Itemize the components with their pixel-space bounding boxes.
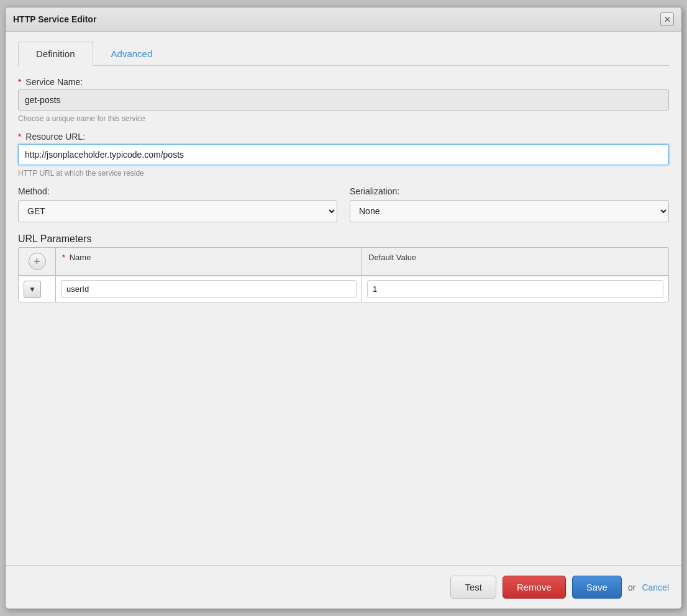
dialog-footer: Test Remove Save or Cancel <box>6 566 681 609</box>
default-value-header-cell: Default Value <box>362 248 668 275</box>
serialization-col: Serialization: None JSON XML Form <box>350 186 669 222</box>
remove-button[interactable]: Remove <box>503 576 566 599</box>
required-star-service: * <box>18 77 21 87</box>
service-name-group: * Service Name: Choose a unique name for… <box>18 77 669 123</box>
save-button[interactable]: Save <box>572 576 622 599</box>
dialog-body: Definition Advanced * Service Name: Choo… <box>6 32 681 560</box>
service-name-input[interactable] <box>18 89 669 111</box>
resource-url-hint: HTTP URL at which the service reside <box>18 169 669 178</box>
or-text: or <box>628 582 635 592</box>
close-button[interactable]: ✕ <box>660 12 674 26</box>
add-param-button[interactable]: + <box>29 253 46 270</box>
http-service-editor-dialog: HTTP Service Editor ✕ Definition Advance… <box>5 7 682 609</box>
serialization-select[interactable]: None JSON XML Form <box>350 200 669 222</box>
tabs-container: Definition Advanced <box>18 42 669 66</box>
cancel-link[interactable]: Cancel <box>642 582 669 592</box>
resource-url-input[interactable] <box>18 144 669 165</box>
name-header-cell: * Name <box>56 248 362 275</box>
table-row: ▼ <box>19 276 668 302</box>
spacer <box>18 311 669 550</box>
row-actions-cell: ▼ <box>19 276 56 302</box>
row-menu-button[interactable]: ▼ <box>24 281 41 298</box>
resource-url-label: * Resource URL: <box>18 132 669 142</box>
row-name-cell <box>56 276 362 302</box>
params-table-header: + * Name Default Value <box>19 248 668 276</box>
dialog-title: HTTP Service Editor <box>13 14 96 24</box>
serialization-label: Serialization: <box>350 186 669 196</box>
tab-definition[interactable]: Definition <box>18 42 93 66</box>
tab-advanced[interactable]: Advanced <box>93 42 171 65</box>
method-label: Method: <box>18 186 337 196</box>
service-name-label: * Service Name: <box>18 77 669 87</box>
service-name-hint: Choose a unique name for this service <box>18 114 669 123</box>
param-name-input[interactable] <box>61 280 357 298</box>
row-default-value-cell <box>362 276 668 302</box>
required-star-name: * <box>62 253 65 262</box>
method-serialization-row: Method: GET POST PUT DELETE PATCH Serial… <box>18 186 669 222</box>
url-parameters-section: URL Parameters + * Name Default Value <box>18 231 669 302</box>
params-table: + * Name Default Value ▼ <box>18 247 669 302</box>
url-parameters-title: URL Parameters <box>18 233 669 245</box>
method-select[interactable]: GET POST PUT DELETE PATCH <box>18 200 337 222</box>
title-bar: HTTP Service Editor ✕ <box>6 7 681 32</box>
test-button[interactable]: Test <box>450 576 496 599</box>
required-star-url: * <box>18 132 21 142</box>
resource-url-group: * Resource URL: HTTP URL at which the se… <box>18 132 669 178</box>
param-default-value-input[interactable] <box>367 280 663 298</box>
method-col: Method: GET POST PUT DELETE PATCH <box>18 186 337 222</box>
add-param-header-cell: + <box>19 248 56 275</box>
